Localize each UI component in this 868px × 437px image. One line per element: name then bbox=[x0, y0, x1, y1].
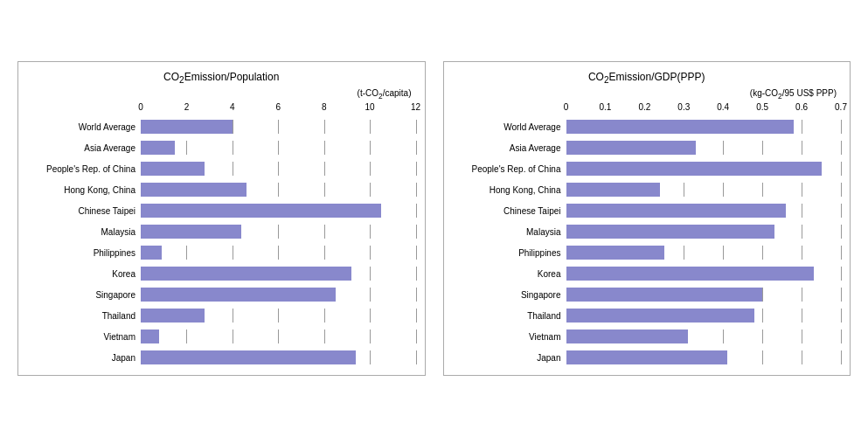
bar-row: Korea bbox=[453, 265, 842, 282]
bar-row: Chinese Taipei bbox=[453, 202, 842, 219]
bar-track bbox=[141, 183, 416, 197]
bar-track bbox=[141, 288, 416, 302]
bar-track bbox=[141, 329, 416, 343]
bar-row: Hong Kong, China bbox=[27, 181, 416, 198]
bar-fill bbox=[141, 225, 241, 239]
chart1-wrapper: CO2Emission/Population (t-CO2/capita) 02… bbox=[17, 61, 426, 376]
bar-row: Hong Kong, China bbox=[453, 181, 842, 198]
bar-track bbox=[141, 141, 416, 155]
bar-row: Vietnam bbox=[453, 328, 842, 345]
bar-label: Chinese Taipei bbox=[453, 206, 566, 216]
bar-track bbox=[566, 350, 842, 364]
bar-fill bbox=[141, 288, 336, 302]
bar-label: Thailand bbox=[27, 311, 141, 321]
bar-label: Thailand bbox=[453, 311, 566, 321]
chart1-x-axis: 024681012 bbox=[141, 102, 416, 116]
bar-fill bbox=[566, 162, 822, 176]
bar-track bbox=[566, 246, 842, 260]
bar-track bbox=[141, 120, 416, 134]
bar-fill bbox=[141, 309, 205, 323]
bar-row: Japan bbox=[453, 349, 842, 366]
chart1-unit: (t-CO2/capita) bbox=[27, 88, 416, 101]
x-tick-label: 0.1 bbox=[599, 102, 611, 112]
bar-label: Malaysia bbox=[27, 227, 141, 237]
bar-track bbox=[141, 225, 416, 239]
bar-fill bbox=[566, 204, 787, 218]
chart2-bars: World AverageAsia AveragePeople's Rep. o… bbox=[453, 118, 842, 366]
bar-row: Singapore bbox=[27, 286, 416, 303]
chart2-wrapper: CO2Emission/GDP(PPP) (kg-CO2/95 US$ PPP)… bbox=[443, 61, 851, 376]
bar-label: World Average bbox=[453, 122, 566, 132]
bar-fill bbox=[566, 267, 814, 281]
bar-row: Thailand bbox=[453, 307, 842, 324]
bar-fill bbox=[566, 350, 727, 364]
x-tick-label: 8 bbox=[322, 102, 327, 112]
bar-fill bbox=[141, 141, 175, 155]
bar-row: People's Rep. of China bbox=[453, 160, 842, 177]
bar-row: Thailand bbox=[27, 307, 416, 324]
bar-fill bbox=[566, 120, 795, 134]
bar-row: Philippines bbox=[453, 244, 842, 261]
bar-row: Singapore bbox=[453, 286, 842, 303]
bar-fill bbox=[141, 267, 351, 281]
x-tick-label: 12 bbox=[411, 102, 420, 112]
chart1-area: 024681012 World AverageAsia AveragePeopl… bbox=[27, 102, 416, 366]
bar-label: Singapore bbox=[27, 290, 141, 300]
bar-track bbox=[141, 267, 416, 281]
bar-track bbox=[566, 183, 842, 197]
bar-row: Asia Average bbox=[453, 139, 842, 156]
bar-fill bbox=[141, 329, 159, 343]
bar-label: Japan bbox=[453, 353, 566, 363]
bar-track bbox=[141, 350, 416, 364]
charts-container: CO2Emission/Population (t-CO2/capita) 02… bbox=[0, 52, 868, 385]
bar-row: Vietnam bbox=[27, 328, 416, 345]
chart2-unit: (kg-CO2/95 US$ PPP) bbox=[453, 88, 842, 101]
x-tick-label: 0.2 bbox=[638, 102, 650, 112]
bar-track bbox=[566, 267, 842, 281]
x-tick-label: 6 bbox=[275, 102, 281, 112]
bar-label: Hong Kong, China bbox=[27, 185, 141, 195]
bar-label: Singapore bbox=[453, 290, 566, 300]
bar-fill bbox=[566, 183, 661, 197]
bar-label: People's Rep. of China bbox=[27, 164, 141, 174]
x-tick-label: 0.5 bbox=[756, 102, 768, 112]
bar-row: Korea bbox=[27, 265, 416, 282]
x-tick-label: 0 bbox=[138, 102, 143, 112]
bar-track bbox=[141, 204, 416, 218]
bar-label: Vietnam bbox=[453, 332, 566, 342]
bar-label: Hong Kong, China bbox=[453, 185, 566, 195]
x-tick-label: 2 bbox=[184, 102, 190, 112]
chart1-title: CO2Emission/Population bbox=[27, 71, 416, 85]
bar-fill bbox=[566, 288, 763, 302]
bar-label: Vietnam bbox=[27, 332, 141, 342]
bar-row: World Average bbox=[453, 118, 842, 135]
bar-fill bbox=[141, 183, 247, 197]
bar-fill bbox=[566, 246, 664, 260]
bar-track bbox=[141, 309, 416, 323]
bar-label: Asia Average bbox=[453, 143, 566, 153]
x-tick-label: 0.6 bbox=[795, 102, 808, 112]
bar-row: Malaysia bbox=[27, 223, 416, 240]
bar-label: Philippines bbox=[27, 248, 141, 258]
bar-row: Japan bbox=[27, 349, 416, 366]
bar-track bbox=[566, 141, 842, 155]
chart2-x-axis: 00.10.20.30.40.50.60.7 bbox=[566, 102, 842, 116]
bar-label: People's Rep. of China bbox=[453, 164, 566, 174]
bar-fill bbox=[566, 141, 696, 155]
bar-row: Chinese Taipei bbox=[27, 202, 416, 219]
bar-fill bbox=[566, 225, 774, 239]
bar-track bbox=[566, 329, 842, 343]
bar-label: Asia Average bbox=[27, 143, 141, 153]
bar-track bbox=[566, 120, 842, 134]
bar-row: Asia Average bbox=[27, 139, 416, 156]
bar-label: World Average bbox=[27, 122, 141, 132]
x-tick-label: 0.4 bbox=[717, 102, 729, 112]
bar-label: Philippines bbox=[453, 248, 566, 258]
bar-label: Malaysia bbox=[453, 227, 566, 237]
bar-track bbox=[141, 246, 416, 260]
bar-track bbox=[141, 162, 416, 176]
bar-fill bbox=[566, 329, 688, 343]
bar-track bbox=[566, 225, 842, 239]
bar-fill bbox=[566, 309, 755, 323]
bar-row: Philippines bbox=[27, 244, 416, 261]
